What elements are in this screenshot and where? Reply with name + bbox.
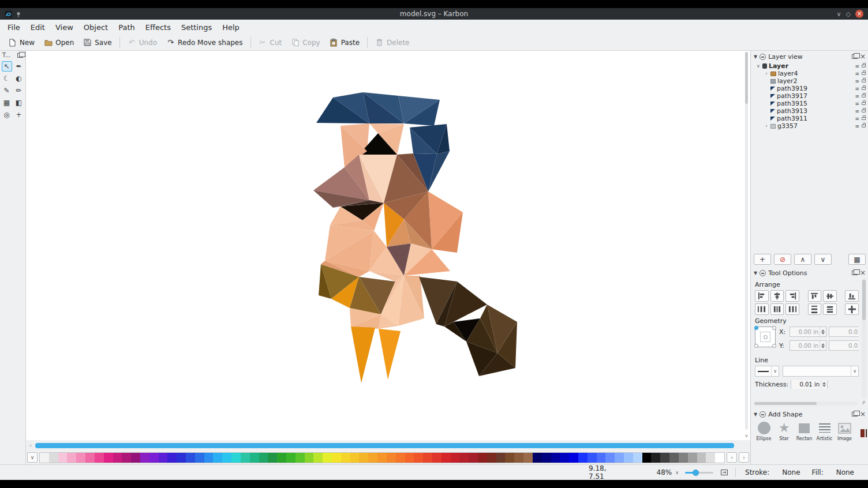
color-swatch[interactable] <box>688 453 697 463</box>
float-icon[interactable] <box>852 412 858 416</box>
width-input[interactable]: 0.0 <box>829 326 859 337</box>
properties-icon[interactable]: ≡ <box>855 78 859 84</box>
color-swatch[interactable] <box>669 453 679 463</box>
panel-horizontal-scrollbar[interactable] <box>754 401 858 406</box>
menu-file[interactable]: File <box>2 21 25 33</box>
lock-icon[interactable] <box>862 65 866 67</box>
color-swatch[interactable] <box>305 453 314 463</box>
color-swatch[interactable] <box>569 453 578 463</box>
color-swatch[interactable] <box>58 453 68 463</box>
menu-path[interactable]: Path <box>113 21 140 33</box>
color-swatch[interactable] <box>241 453 250 463</box>
color-swatch[interactable] <box>131 453 140 463</box>
menu-settings[interactable]: Settings <box>176 21 217 33</box>
color-swatch[interactable] <box>597 453 606 463</box>
shape-rectangle[interactable]: Rectan <box>795 421 813 441</box>
fill-tool[interactable]: ◧ <box>14 97 24 108</box>
zoom-fit-icon[interactable] <box>720 468 728 476</box>
shape-partial[interactable] <box>856 426 867 441</box>
zoom-slider[interactable] <box>685 472 713 474</box>
color-swatch[interactable] <box>523 453 533 463</box>
expander-icon[interactable]: ∨ <box>756 63 761 69</box>
undo-button[interactable]: ↶ Undo <box>123 36 162 49</box>
toolbox-header[interactable]: T... <box>0 51 25 59</box>
align-top-button[interactable] <box>808 290 822 302</box>
color-swatch[interactable] <box>140 453 149 463</box>
calligraphy-tool[interactable]: ☾ <box>2 73 12 84</box>
color-swatch[interactable] <box>313 453 323 463</box>
properties-icon[interactable]: ≡ <box>855 63 859 69</box>
align-left-button[interactable] <box>755 290 769 302</box>
properties-icon[interactable]: ≡ <box>855 86 859 92</box>
properties-icon[interactable]: ≡ <box>855 71 859 77</box>
shape-ellipse[interactable]: Ellipse <box>755 421 773 441</box>
lock-icon[interactable] <box>862 80 866 82</box>
color-swatch[interactable] <box>195 453 204 463</box>
spinner-arrows-icon[interactable] <box>820 327 826 336</box>
collapse-icon[interactable]: ▼ <box>754 54 757 59</box>
layer-view-header[interactable]: ▼ Layer view × <box>753 52 867 61</box>
color-swatch[interactable] <box>651 453 660 463</box>
expander-icon[interactable]: › <box>764 123 769 129</box>
color-swatch[interactable] <box>76 453 85 463</box>
canvas[interactable]: ∨ <box>26 51 750 440</box>
anchor-selector[interactable] <box>755 326 776 347</box>
lock-icon[interactable] <box>862 95 866 97</box>
lock-icon[interactable] <box>862 110 866 112</box>
select-tool[interactable]: ↖ <box>2 61 12 72</box>
delete-button[interactable]: Delete <box>371 36 414 49</box>
color-swatch[interactable] <box>167 453 177 463</box>
pen-tool[interactable]: ✒ <box>14 61 24 72</box>
color-swatch[interactable] <box>660 453 669 463</box>
color-swatch[interactable] <box>588 453 597 463</box>
layer-item-path3919[interactable]: path3919≡ <box>753 85 867 92</box>
lock-icon[interactable] <box>862 87 866 90</box>
color-swatch[interactable] <box>40 453 49 463</box>
color-swatch[interactable] <box>231 453 241 463</box>
anchor-bottom-right[interactable] <box>772 344 776 348</box>
lower-layer-button[interactable]: ∨ <box>814 254 832 265</box>
close-button[interactable]: × <box>855 10 863 18</box>
anchor-top-right[interactable] <box>772 326 776 330</box>
shape-star[interactable]: ★ Star <box>775 421 793 441</box>
copy-button[interactable]: Copy <box>286 36 324 49</box>
zoom-tool[interactable]: ◎ <box>2 110 12 120</box>
gradient-tool[interactable]: ◐ <box>14 73 24 84</box>
pencil-tool[interactable]: ✎ <box>2 85 12 96</box>
menu-effects[interactable]: Effects <box>140 21 176 33</box>
height-input[interactable]: 0.0 <box>829 340 859 351</box>
color-swatch[interactable] <box>49 453 58 463</box>
color-swatch[interactable] <box>259 453 268 463</box>
color-swatch[interactable] <box>286 453 295 463</box>
anchor-top-left[interactable] <box>754 326 758 330</box>
color-swatch[interactable] <box>222 453 231 463</box>
properties-icon[interactable]: ≡ <box>855 108 859 114</box>
scroll-left-icon[interactable]: ‹ <box>26 441 35 449</box>
panel-scroll-right-icon[interactable]: › <box>860 400 866 406</box>
minimize-button[interactable]: ∨ <box>836 11 841 17</box>
color-swatch[interactable] <box>323 453 332 463</box>
scrollbar-thumb[interactable] <box>35 443 734 448</box>
color-swatch[interactable] <box>377 453 387 463</box>
artwork-polygon[interactable] <box>351 326 375 383</box>
color-swatch[interactable] <box>496 453 506 463</box>
spinner-arrows-icon[interactable] <box>820 341 826 350</box>
close-icon[interactable]: × <box>860 411 866 418</box>
maximize-button[interactable]: ◇ <box>846 11 851 17</box>
collapse-icon[interactable]: ▼ <box>754 271 757 276</box>
align-right-button[interactable] <box>785 290 799 302</box>
zoom-select[interactable]: 48% ∨ <box>657 468 681 476</box>
color-swatch[interactable] <box>624 453 633 463</box>
color-swatch[interactable] <box>706 453 715 463</box>
line-style-select[interactable]: ∨ <box>755 366 779 377</box>
line-dash-select[interactable]: ∨ <box>783 366 859 377</box>
color-swatch[interactable] <box>551 453 560 463</box>
align-center-horizontal-button[interactable] <box>770 290 784 302</box>
color-swatch[interactable] <box>332 453 341 463</box>
color-swatch[interactable] <box>268 453 277 463</box>
lock-icon[interactable] <box>862 117 866 120</box>
color-swatch[interactable] <box>505 453 514 463</box>
color-swatch[interactable] <box>697 453 706 463</box>
brush-tool[interactable]: ✏ <box>14 85 24 96</box>
color-swatch[interactable] <box>341 453 350 463</box>
